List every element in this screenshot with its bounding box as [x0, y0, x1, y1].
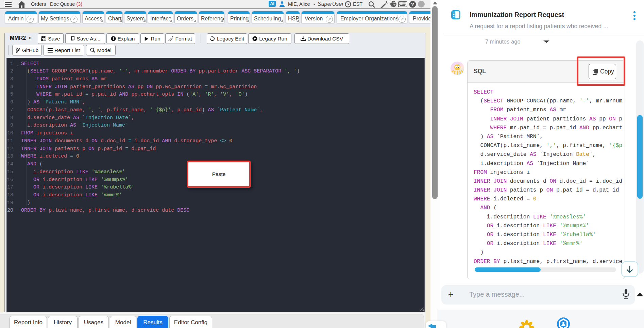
svg-text:?: ?	[411, 1, 414, 7]
